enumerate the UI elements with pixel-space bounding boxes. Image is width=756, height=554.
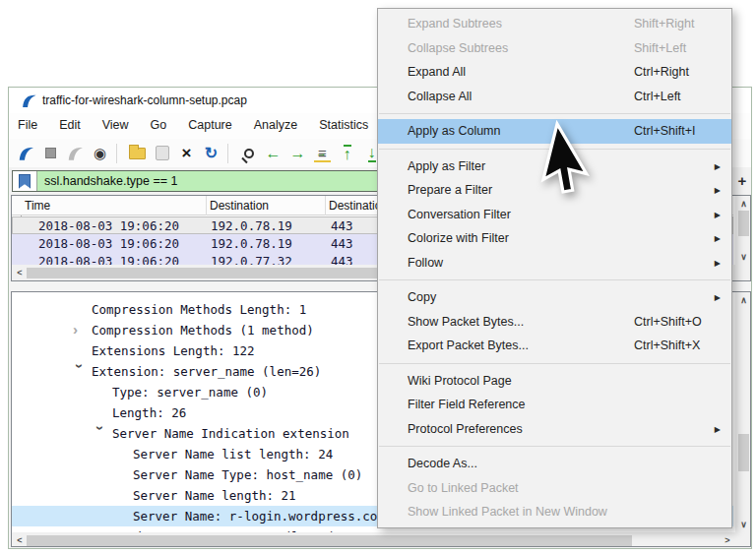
menu-separator [379,363,730,364]
submenu-arrow-icon: ▶ [715,259,721,268]
packet-cell-port: 443 [331,218,353,233]
menu-item-label: Show Linked Packet in New Window [408,505,634,519]
menu-item-label: Collapse All [408,90,634,103]
menu-item-label: Decode As... [408,457,634,470]
scroll-right-arrow-icon[interactable]: > [721,533,734,547]
detail-tree-text: Length: 26 [112,405,186,420]
menu-item-go-to-linked-packet: Go to Linked Packet [378,476,731,501]
detail-tree-text: Type: server_name (0) [112,385,268,400]
menu-item-label: Copy [408,290,634,304]
menubar-item-analyze[interactable]: Analyze [243,113,308,139]
detail-tree-text: Server Name: r-login.wordpress.com [133,509,385,523]
open-file-icon[interactable] [125,142,150,165]
menubar-item-go[interactable]: Go [140,113,178,139]
scrollbar-corner [735,265,751,280]
detail-hscroll-thumb[interactable] [27,535,632,546]
detail-tree-text: Server Name Indication extension [112,426,349,441]
menu-item-expand-all[interactable]: Expand AllCtrl+Right [378,60,731,85]
menubar-item-file[interactable]: File [9,113,48,139]
menu-item-label: Filter Field Reference [408,398,634,411]
menubar-item-statistics[interactable]: Statistics [308,113,379,139]
find-packet-icon[interactable] [236,142,261,165]
detail-tree-text: Server Name list length: 24 [133,447,333,462]
scroll-left-arrow-icon[interactable]: < [13,266,27,279]
menu-item-filter-field-reference[interactable]: Filter Field Reference [378,393,731,417]
menu-item-shortcut: Ctrl+Shift+O [634,315,731,329]
detail-tree-text: Extensions Length: 122 [92,343,255,358]
menu-item-colorize-with-filter[interactable]: Colorize with Filter▶ [378,226,731,251]
go-back-icon[interactable]: ← [261,142,285,165]
menu-item-label: Expand Subtrees [408,17,634,31]
scroll-up-arrow-icon[interactable]: ∧ [735,197,751,211]
menu-item-show-packet-bytes[interactable]: Show Packet Bytes...Ctrl+Shift+O [378,310,731,335]
menu-item-protocol-preferences[interactable]: Protocol Preferences▶ [378,417,731,442]
scroll-up-arrow-icon[interactable]: ∧ [735,293,751,307]
restart-capture-icon[interactable] [63,142,88,165]
filter-bookmark-button[interactable] [13,171,37,191]
packet-cell-destination: 192.0.78.19 [211,218,292,233]
menu-item-wiki-protocol-page[interactable]: Wiki Protocol Page [378,369,731,394]
stop-capture-icon[interactable] [38,142,63,165]
context-menu: Expand SubtreesShift+RightCollapse Subtr… [377,8,732,528]
menu-item-export-packet-bytes[interactable]: Export Packet Bytes...Ctrl+Shift+X [378,334,731,358]
close-file-icon[interactable]: × [174,142,199,165]
column-header-time[interactable]: Time [25,199,50,213]
menu-item-show-linked-packet-in-new-window: Show Linked Packet in New Window [378,500,731,524]
detail-vscroll-thumb[interactable] [738,434,749,471]
go-first-icon[interactable]: ↑ [335,142,359,165]
column-divider[interactable] [325,196,326,215]
submenu-arrow-icon: ▶ [715,162,721,171]
packet-cell-port: 443 [331,236,353,251]
detail-tree-text: Compression Methods Length: 1 [92,302,306,317]
detail-tree-text: Compression Methods (1 method) [92,323,314,338]
submenu-arrow-icon: ▶ [715,425,721,434]
menu-item-shortcut: Shift+Right [634,17,731,31]
submenu-arrow-icon: ▶ [715,293,721,302]
scroll-down-arrow-icon[interactable]: ∨ [735,250,751,264]
menu-item-label: Colorize with Filter [408,231,634,245]
wireshark-logo-icon [21,92,37,109]
column-divider[interactable] [206,196,207,215]
tree-expanded-icon[interactable]: › [72,364,89,378]
packet-cell-destination: 192.0.78.19 [211,236,292,251]
submenu-arrow-icon: ▶ [715,186,721,195]
window-title: traffic-for-wireshark-column-setup.pcap [42,88,247,113]
scroll-down-arrow-icon[interactable]: ∨ [735,518,751,531]
menu-item-copy[interactable]: Copy▶ [378,285,731,310]
menu-item-follow[interactable]: Follow▶ [378,251,731,276]
reload-icon[interactable]: ↻ [199,142,223,165]
menu-item-label: Wiki Protocol Page [408,374,634,388]
menu-item-expand-subtrees: Expand SubtreesShift+Right [378,12,731,36]
scroll-left-arrow-icon[interactable]: < [13,533,27,547]
menubar-item-view[interactable]: View [92,113,140,139]
packet-list-vscroll-thumb[interactable] [738,211,749,236]
menu-item-collapse-all[interactable]: Collapse AllCtrl+Left [378,85,731,109]
bookmark-icon [19,174,31,189]
menu-separator [379,113,730,114]
menu-item-decode-as[interactable]: Decode As... [378,452,731,476]
menu-separator [379,279,730,280]
start-capture-icon[interactable] [14,142,38,165]
scrollbar-corner [735,532,751,547]
toolbar-separator [116,144,125,163]
tree-collapsed-icon[interactable]: › [73,321,87,338]
capture-options-icon[interactable]: ◉ [88,142,112,165]
detail-tree-text: Server Name Type: host_name (0) [133,467,362,482]
menu-item-collapse-subtrees: Collapse SubtreesShift+Left [378,36,731,61]
menu-item-shortcut: Ctrl+Shift+I [634,124,731,138]
submenu-arrow-icon: ▶ [715,211,721,219]
go-forward-icon[interactable]: → [285,142,310,165]
filter-add-button[interactable]: + [734,171,750,191]
go-to-packet-icon[interactable]: ≡→ [310,142,335,165]
menubar-item-edit[interactable]: Edit [48,113,92,139]
menu-item-label: Protocol Preferences [408,422,634,436]
menubar-item-capture[interactable]: Capture [177,113,242,139]
packet-cell-time: 2018-08-03 19:06:20 [38,236,179,251]
tree-expanded-icon[interactable]: › [93,426,109,440]
detail-vscrollbar[interactable] [735,292,751,532]
save-file-icon[interactable] [150,142,174,165]
column-header-destination[interactable]: Destination [210,199,269,213]
mouse-cursor-icon [543,122,632,220]
menu-item-label: Export Packet Bytes... [408,339,634,352]
menu-item-shortcut: Ctrl+Right [634,65,731,79]
